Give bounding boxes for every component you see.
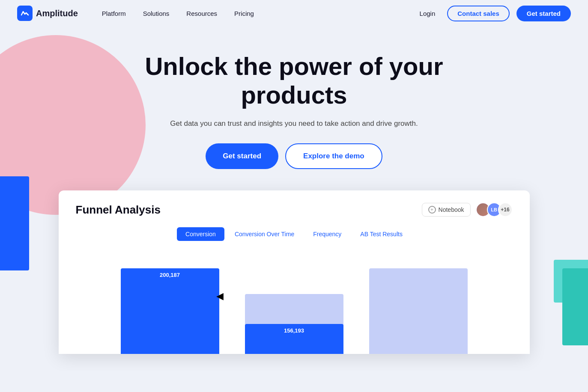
nav-link-pricing[interactable]: Pricing: [227, 6, 261, 21]
nav-get-started-button[interactable]: Get started: [516, 6, 571, 21]
bar-1-value: 200,187: [160, 272, 180, 278]
dashboard-title: Funnel Analysis: [76, 203, 161, 217]
cursor-icon: ◀: [216, 291, 224, 302]
dashboard-tabs: Conversion Conversion Over Time Frequenc…: [76, 227, 513, 241]
hero-title-line2: products: [241, 81, 347, 109]
brand-name: Amplitude: [36, 9, 78, 18]
contact-sales-button[interactable]: Contact sales: [447, 6, 510, 21]
funnel-bar-2-wrapper: 156,193: [245, 251, 343, 354]
hero-buttons: Get started Explore the demo: [17, 143, 571, 169]
avatar-count: +16: [498, 202, 513, 217]
hero-content: Unlock the power of your products Get da…: [17, 52, 571, 354]
hero-subtitle: Get data you can trust and insights you …: [170, 119, 418, 128]
notebook-button[interactable]: + Notebook: [422, 203, 471, 217]
nav-link-resources[interactable]: Resources: [179, 6, 224, 21]
avatar-group: LB +16: [476, 202, 513, 217]
hero-title: Unlock the power of your products: [144, 52, 444, 109]
funnel-chart: 200,187 ◀ 156,193: [76, 251, 513, 354]
nav-link-platform[interactable]: Platform: [95, 6, 133, 21]
dashboard-actions: + Notebook LB +16: [422, 202, 513, 217]
tab-conversion[interactable]: Conversion: [177, 227, 224, 241]
funnel-bar-2: 156,193: [245, 294, 343, 354]
funnel-bar-2-inner: 156,193: [245, 324, 343, 354]
funnel-bar-1-wrapper: 200,187 ◀: [121, 251, 219, 354]
bar-2-value: 156,193: [284, 327, 304, 334]
dashboard-card: Funnel Analysis + Notebook LB +16: [59, 190, 530, 354]
hero-explore-demo-button[interactable]: Explore the demo: [285, 143, 382, 169]
notebook-label: Notebook: [439, 206, 464, 213]
funnel-bar-3: [369, 268, 468, 354]
nav-right: Login Contact sales Get started: [415, 6, 571, 21]
nav-link-solutions[interactable]: Solutions: [136, 6, 176, 21]
hero-get-started-button[interactable]: Get started: [206, 143, 278, 169]
tab-conversion-over-time[interactable]: Conversion Over Time: [226, 227, 303, 241]
funnel-bar-3-wrapper: [369, 251, 468, 354]
hero-section: Unlock the power of your products Get da…: [0, 27, 588, 371]
dashboard-header: Funnel Analysis + Notebook LB +16: [76, 202, 513, 217]
plus-circle-icon: +: [428, 206, 436, 214]
logo[interactable]: Amplitude: [17, 6, 78, 21]
navbar: Amplitude Platform Solutions Resources P…: [0, 0, 588, 27]
amplitude-logo-icon: [17, 6, 33, 21]
hero-title-line1: Unlock the power of your: [145, 52, 443, 80]
tab-frequency[interactable]: Frequency: [304, 227, 350, 241]
tab-ab-test[interactable]: AB Test Results: [352, 227, 411, 241]
nav-links: Platform Solutions Resources Pricing: [95, 6, 415, 21]
funnel-bar-1: 200,187 ◀: [121, 268, 219, 354]
login-link[interactable]: Login: [415, 6, 441, 21]
